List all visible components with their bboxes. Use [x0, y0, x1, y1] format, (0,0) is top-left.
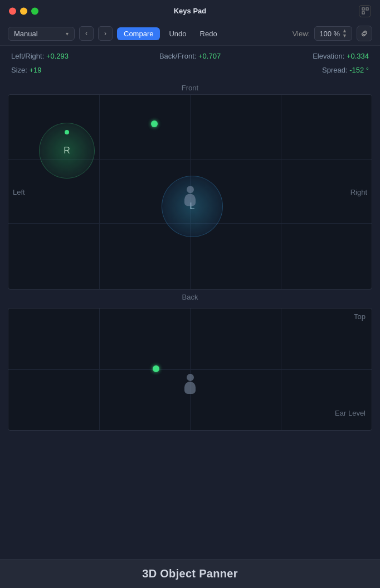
side-view-canvas[interactable]	[8, 308, 372, 431]
title-bar: Keys Pad	[0, 0, 380, 22]
param-spread: Spread: -152 °	[190, 64, 369, 76]
svg-rect-2	[362, 12, 364, 14]
vline-3	[281, 95, 281, 289]
toolbar: Manual ▾ ‹ › Compare Undo Redo View: 100…	[0, 22, 380, 46]
main-content: Front Left Right R L	[0, 80, 380, 431]
traffic-lights	[9, 7, 38, 15]
svg-rect-1	[366, 8, 368, 10]
listener-icon	[182, 186, 198, 206]
zoom-button[interactable]	[31, 7, 38, 15]
front-label: Front	[8, 80, 372, 94]
redo-button[interactable]: Redo	[196, 27, 222, 40]
position-dot-top[interactable]	[151, 121, 158, 127]
right-label: Right	[350, 188, 367, 196]
side-listener-icon	[182, 374, 198, 394]
param-left-right: Left/Right: +0.293	[11, 50, 130, 62]
back-label: Back	[8, 290, 372, 303]
position-dot-side[interactable]	[153, 365, 159, 372]
compare-button[interactable]: Compare	[117, 27, 160, 40]
plugin-title: 3D Object Panner	[142, 567, 238, 580]
side-vline-2	[190, 309, 191, 430]
side-vline-3	[281, 309, 281, 430]
param-back-front: Back/Front: +0.707	[130, 50, 250, 62]
footer-bar: 3D Object Panner	[0, 559, 380, 588]
side-listener-head	[187, 374, 194, 381]
channel-r-dot	[65, 130, 69, 134]
stepper-icon: ▲▼	[342, 28, 347, 38]
channel-l[interactable]: L	[162, 176, 223, 237]
vline-1	[99, 95, 100, 289]
side-listener-body	[184, 382, 196, 394]
params-panel: Left/Right: +0.293 Back/Front: +0.707 El…	[0, 46, 380, 80]
top-view-canvas[interactable]: Left Right R L	[8, 94, 372, 290]
listener-head	[187, 186, 194, 193]
view-value-control[interactable]: 100 % ▲▼	[314, 26, 352, 41]
undo-button[interactable]: Undo	[164, 27, 191, 40]
side-hline-1	[8, 369, 372, 370]
link-button[interactable]	[357, 26, 372, 41]
dropdown-value: Manual	[14, 30, 38, 38]
window-title: Keys Pad	[174, 7, 207, 15]
side-grid-lines	[8, 309, 372, 430]
side-view-wrapper: Top Ear Level	[8, 308, 372, 431]
back-button[interactable]: ‹	[79, 26, 94, 41]
svg-rect-0	[362, 8, 364, 10]
top-label: Top	[354, 312, 366, 321]
side-vline-1	[99, 309, 100, 430]
channel-r-label: R	[64, 146, 70, 156]
channel-r[interactable]: R	[39, 123, 95, 179]
minimize-button[interactable]	[20, 7, 27, 15]
view-percentage: 100 %	[319, 30, 340, 38]
close-button[interactable]	[9, 7, 16, 15]
param-size: Size: +19	[11, 64, 190, 76]
preset-dropdown[interactable]: Manual ▾	[8, 27, 75, 41]
param-elevation: Elevation: +0.334	[250, 50, 369, 62]
chevron-down-icon: ▾	[66, 31, 69, 37]
forward-button[interactable]: ›	[98, 26, 113, 41]
left-label: Left	[13, 188, 25, 196]
view-label: View:	[293, 30, 310, 38]
expand-button[interactable]	[359, 5, 371, 17]
link-icon	[360, 30, 368, 37]
ear-level-label: Ear Level	[335, 409, 366, 417]
listener-body	[184, 194, 196, 206]
